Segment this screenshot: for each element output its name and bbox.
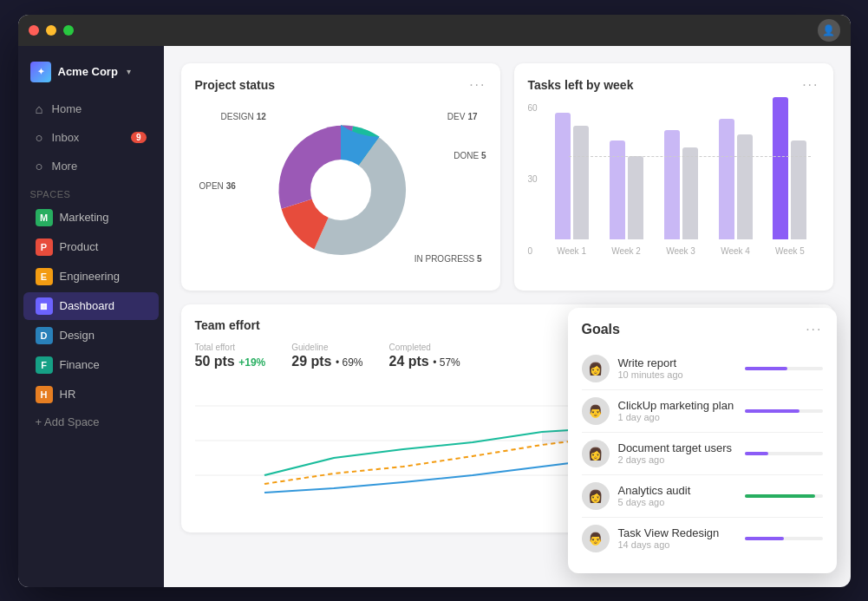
week4-label: Week 4 [721, 246, 750, 256]
app-body: ✦ Acme Corp ▾ ⌂ Home ○ Inbox 9 ○ More Sp… [18, 46, 851, 587]
sidebar-item-inbox[interactable]: ○ Inbox 9 [23, 124, 159, 151]
sidebar-item-marketing[interactable]: M Marketing [23, 204, 159, 232]
week4-group: Week 4 [710, 87, 761, 256]
goals-menu[interactable]: ··· [806, 322, 822, 337]
week3-label: Week 3 [666, 246, 695, 256]
home-icon: ⌂ [36, 101, 43, 116]
goal-info-analytics: Analytics audit 5 days ago [618, 484, 736, 507]
marketing-label: Marketing [60, 211, 109, 224]
add-space-button[interactable]: + Add Space [23, 410, 159, 434]
add-space-label: + Add Space [36, 415, 100, 428]
workspace-header[interactable]: ✦ Acme Corp ▾ [18, 56, 164, 95]
week2-completed-bar [628, 156, 643, 239]
goal-bar-fill-analytics [745, 494, 815, 498]
y-label-30: 30 [528, 174, 538, 184]
minimize-button[interactable] [46, 25, 56, 36]
inbox-badge: 9 [131, 132, 147, 143]
goal-info-write-report: Write report 10 minutes ago [618, 356, 736, 380]
y-label-0: 0 [528, 246, 538, 256]
goal-info-clickup: ClickUp marketing plan 1 day ago [618, 399, 736, 422]
goal-bar-write-report [745, 367, 823, 370]
inbox-icon: ○ [36, 130, 43, 145]
team-effort-title: Team effort [195, 318, 260, 332]
goal-bar-document [745, 452, 823, 455]
sidebar-item-product[interactable]: P Product [23, 233, 159, 261]
week1-label: Week 1 [557, 246, 586, 256]
goal-bar-clickup [745, 409, 823, 413]
goals-title: Goals [582, 322, 620, 337]
week5-group: Week 5 [765, 87, 816, 256]
goal-item-analytics: 👩 Analytics audit 5 days ago [582, 475, 823, 518]
workspace-name: Acme Corp [58, 65, 118, 78]
goal-name-analytics: Analytics audit [618, 484, 736, 497]
engineering-label: Engineering [60, 270, 120, 283]
dashboard-space-icon: ▦ [36, 297, 53, 315]
goal-bar-fill-write-report [745, 367, 788, 370]
close-button[interactable] [29, 25, 39, 36]
workspace-logo: ✦ [30, 62, 51, 82]
week1-group: Week 1 [546, 87, 597, 256]
stat-completed-change: • 57% [433, 356, 460, 369]
stat-guideline-value: 29 pts • 69% [291, 354, 362, 369]
goal-item-document: 👩 Document target users 2 days ago [582, 433, 823, 475]
pie-label-inprogress: IN PROGRESS 5 [414, 254, 482, 264]
avatar[interactable]: 👤 [818, 19, 840, 42]
goal-info-taskview: Task View Redesign 14 days ago [618, 526, 736, 550]
week2-group: Week 2 [601, 87, 652, 256]
sidebar-item-finance[interactable]: F Finance [23, 351, 159, 379]
goal-bar-fill-clickup [745, 409, 799, 413]
sidebar-item-hr[interactable]: H HR [23, 381, 159, 408]
goal-avatar-clickup: 👨 [582, 397, 610, 425]
stat-completed-label: Completed [389, 343, 460, 352]
goal-avatar-analytics: 👩 [582, 482, 610, 510]
sidebar-item-more[interactable]: ○ More [23, 153, 159, 180]
stat-guideline: Guideline 29 pts • 69% [291, 343, 362, 369]
goal-info-document: Document target users 2 days ago [618, 441, 736, 465]
stat-total-value: 50 pts +19% [195, 354, 266, 369]
pie-chart-container: DEV 17 DONE 5 IN PROGRESS 5 OPEN 36 [195, 103, 486, 277]
top-grid: Project status ··· [181, 63, 833, 291]
goal-time-document: 2 days ago [618, 454, 736, 465]
y-label-60: 60 [528, 103, 538, 113]
goal-avatar-taskview: 👨 [582, 525, 610, 552]
bar-chart-area: Week 1 Week 2 [543, 103, 819, 277]
sidebar-inbox-label: Inbox [52, 131, 80, 144]
engineering-space-icon: E [36, 268, 53, 285]
week3-group: Week 3 [656, 87, 707, 256]
finance-label: Finance [60, 358, 100, 371]
finance-space-icon: F [36, 356, 53, 374]
stat-guideline-change: • 69% [336, 356, 363, 369]
goal-time-analytics: 5 days ago [618, 497, 736, 507]
marketing-space-icon: M [36, 209, 53, 226]
goal-bar-fill-taskview [745, 537, 784, 540]
sidebar-item-dashboard[interactable]: ▦ Dashboard [23, 292, 159, 320]
bar-chart-yaxis: 60 30 0 [528, 103, 538, 277]
week4-completed-bar [737, 134, 753, 239]
pie-center [310, 160, 371, 220]
goal-time-clickup: 1 day ago [618, 412, 736, 422]
sidebar-more-label: More [52, 160, 78, 173]
pie-chart [263, 112, 419, 268]
sidebar-item-engineering[interactable]: E Engineering [23, 263, 159, 291]
week5-left-bar [773, 97, 788, 238]
pie-label-dev: DEV 17 [447, 112, 478, 121]
goal-time-write-report: 10 minutes ago [618, 369, 736, 380]
product-space-icon: P [36, 238, 53, 256]
week3-bars [664, 87, 698, 239]
sidebar-item-home[interactable]: ⌂ Home [23, 95, 159, 122]
stat-total-label: Total effort [195, 343, 266, 352]
week5-bars [773, 87, 806, 239]
project-status-card: Project status ··· [181, 63, 500, 291]
design-label: Design [60, 329, 95, 342]
week3-left-bar [664, 130, 680, 239]
project-status-menu[interactable]: ··· [469, 77, 486, 93]
stat-total-pts: 50 pts [195, 354, 235, 369]
stat-total-change: +19% [238, 356, 265, 369]
week1-left-bar [555, 113, 571, 239]
week1-completed-bar [573, 126, 589, 239]
sidebar-item-design[interactable]: D Design [23, 322, 159, 349]
week2-label: Week 2 [611, 246, 641, 256]
goal-name-taskview: Task View Redesign [618, 526, 736, 539]
maximize-button[interactable] [63, 25, 74, 36]
project-status-title: Project status [195, 78, 276, 92]
